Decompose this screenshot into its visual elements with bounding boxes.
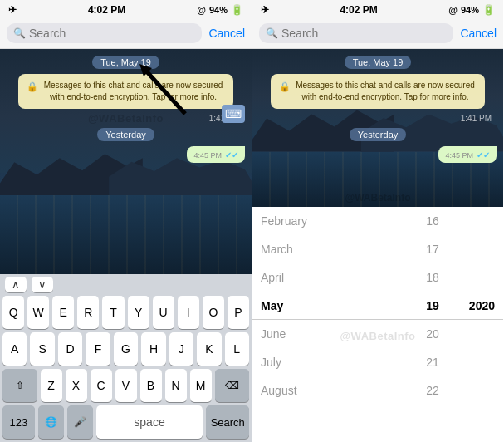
key-z[interactable]: Z: [41, 369, 62, 402]
month-april: April: [261, 271, 416, 284]
key-u[interactable]: U: [153, 296, 174, 329]
key-b[interactable]: B: [140, 369, 162, 402]
picker-row-march[interactable]: March 17: [252, 235, 503, 263]
kb-row-bottom: 123 🌐 🎤 space Search: [2, 405, 249, 439]
day-july: 21: [416, 356, 449, 369]
search-input-right[interactable]: [281, 27, 447, 40]
chat-messages-left: Tue, May 19 🔒 Messages to this chat and …: [0, 56, 252, 163]
month-august: August: [261, 384, 416, 397]
key-v[interactable]: V: [115, 369, 137, 402]
kb-row-3: ⇧ Z X C V B N M ⌫: [2, 369, 249, 402]
status-right-right: @ 94% 🔋: [448, 4, 495, 16]
key-i[interactable]: I: [178, 296, 199, 329]
lock-icon-left: 🔒: [27, 81, 38, 93]
key-n[interactable]: N: [165, 369, 187, 402]
day-february: 16: [416, 214, 449, 228]
key-g[interactable]: G: [114, 332, 138, 366]
date-picker[interactable]: February 16 March 17 April 18 May 19 202…: [252, 207, 503, 442]
encryption-text-right: Messages to this chat and calls are now …: [294, 80, 476, 103]
green-bubble-right: 4:45 PM ✔✔: [438, 146, 497, 163]
nav-down-button[interactable]: ∨: [32, 277, 53, 292]
picker-row-february[interactable]: February 16: [252, 207, 503, 235]
key-m[interactable]: M: [190, 369, 212, 402]
bubble-time-right: 4:45 PM: [445, 151, 473, 160]
key-r[interactable]: R: [77, 296, 99, 329]
status-left: ✈: [8, 4, 17, 16]
search-input-wrap-right[interactable]: 🔍: [259, 23, 453, 43]
picker-row-may[interactable]: May 19 2020: [252, 292, 503, 320]
key-mic[interactable]: 🎤: [67, 405, 93, 439]
day-march: 17: [416, 243, 449, 256]
day-august: 22: [416, 384, 449, 397]
watermark-right-chat: @WABetaInfo: [345, 192, 410, 204]
chat-area-left: Tue, May 19 🔒 Messages to this chat and …: [0, 49, 252, 274]
key-c[interactable]: C: [91, 369, 112, 402]
battery-icon: 🔋: [231, 4, 243, 16]
key-e[interactable]: E: [52, 296, 74, 329]
water-left: [0, 195, 252, 274]
key-j[interactable]: J: [169, 332, 193, 366]
key-space[interactable]: space: [96, 405, 203, 439]
encryption-text-left: Messages to this chat and calls are now …: [42, 80, 224, 103]
search-input-left[interactable]: [29, 27, 195, 40]
left-panel: ✈ 4:02 PM @ 94% 🔋 🔍 Cancel Tue, May 19 🔒…: [0, 0, 252, 442]
key-l[interactable]: L: [225, 332, 249, 366]
search-bar-left: 🔍 Cancel: [0, 18, 252, 49]
date-badge-left: Tue, May 19: [92, 56, 159, 69]
key-s[interactable]: S: [30, 332, 54, 366]
key-q[interactable]: Q: [2, 296, 24, 329]
ticks-left: ✔✔: [225, 150, 238, 160]
green-bubble-left: 4:45 PM ✔✔: [187, 146, 245, 163]
yesterday-badge-right: Yesterday: [350, 128, 407, 141]
key-shift[interactable]: ⇧: [2, 369, 37, 402]
kb-row-1: Q W E R T Y U I O P: [2, 296, 249, 329]
year-may: 2020: [449, 299, 495, 312]
kb-row-2: A S D F G H J K L: [2, 332, 249, 366]
watermark-right-picker: @WABetaInfo: [340, 330, 415, 342]
key-h[interactable]: H: [141, 332, 165, 366]
key-search[interactable]: Search: [206, 405, 249, 439]
keyboard-icon: ⌨: [225, 107, 242, 120]
airplane-icon-right: ✈: [261, 4, 269, 16]
key-w[interactable]: W: [27, 296, 49, 329]
status-time-right: 4:02 PM: [340, 4, 377, 16]
key-f[interactable]: F: [86, 332, 110, 366]
key-123[interactable]: 123: [2, 405, 35, 439]
keyboard-icon-badge: ⌨: [222, 105, 245, 123]
encryption-bubble-left: 🔒 Messages to this chat and calls are no…: [18, 74, 232, 109]
key-t[interactable]: T: [102, 296, 124, 329]
battery-label: 94%: [209, 5, 228, 15]
cancel-button-right[interactable]: Cancel: [460, 27, 497, 40]
signal-icon: @: [197, 5, 206, 15]
picker-row-april[interactable]: April 18: [252, 263, 503, 292]
lock-icon-right: 🔒: [279, 81, 291, 93]
picker-row-august[interactable]: August 22: [252, 376, 503, 405]
key-k[interactable]: K: [197, 332, 221, 366]
search-input-wrap-left[interactable]: 🔍: [7, 23, 202, 43]
key-a[interactable]: A: [2, 332, 27, 366]
battery-label-right: 94%: [461, 5, 479, 15]
key-p[interactable]: P: [228, 296, 249, 329]
key-delete[interactable]: ⌫: [215, 369, 250, 402]
key-x[interactable]: X: [66, 369, 87, 402]
month-march: March: [261, 243, 416, 256]
search-icon-right: 🔍: [266, 27, 278, 39]
key-y[interactable]: Y: [128, 296, 149, 329]
picker-row-july[interactable]: July 21: [252, 348, 503, 376]
key-o[interactable]: O: [203, 296, 224, 329]
cancel-button-left[interactable]: Cancel: [208, 27, 245, 40]
key-d[interactable]: D: [58, 332, 82, 366]
watermark-left: @WABetaInfo: [88, 112, 164, 125]
encryption-bubble-right: 🔒 Messages to this chat and calls are no…: [271, 74, 484, 109]
key-globe[interactable]: 🌐: [38, 405, 64, 439]
day-april: 18: [416, 271, 449, 284]
month-february: February: [261, 214, 416, 228]
kb-rows: Q W E R T Y U I O P A S D F G H J K: [2, 296, 249, 439]
signal-label-right: @: [448, 5, 458, 15]
nav-row: ∧ ∨: [0, 274, 252, 294]
chat-area-right: Tue, May 19 🔒 Messages to this chat and …: [252, 49, 503, 207]
msg-time-right: 1:41 PM: [461, 114, 492, 123]
month-july: July: [261, 356, 416, 369]
keyboard: Q W E R T Y U I O P A S D F G H J K: [0, 294, 252, 442]
nav-up-button[interactable]: ∧: [5, 277, 27, 292]
